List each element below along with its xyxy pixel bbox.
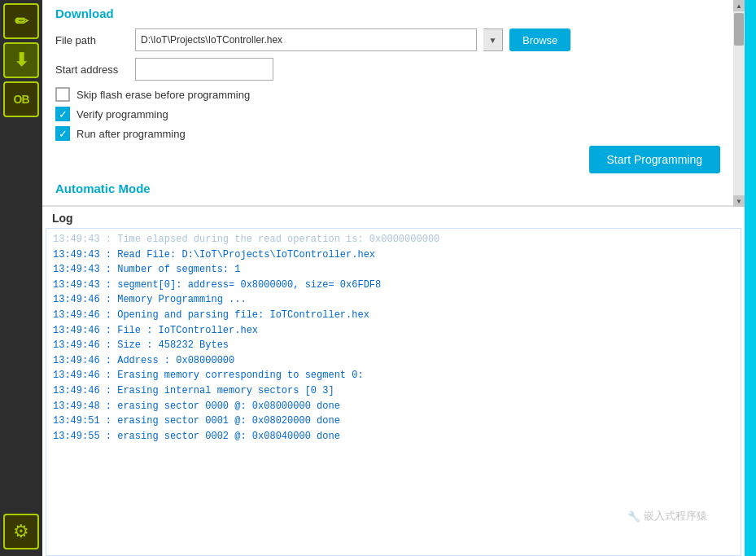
- automatic-mode-title: Automatic Mode: [55, 182, 720, 195]
- log-line: 13:49:46 : File : IoTController.hex: [53, 323, 734, 339]
- sidebar-btn-edit[interactable]: ✏: [3, 3, 39, 39]
- scroll-down-arrow[interactable]: ▼: [733, 195, 745, 207]
- file-path-row: File path ▼ Browse: [55, 28, 720, 51]
- ob-label: OB: [14, 93, 29, 106]
- log-line: 13:49:55 : erasing sector 0002 @: 0x0804…: [53, 429, 734, 444]
- log-line: 13:49:43 : segment[0]: address= 0x800000…: [53, 278, 734, 293]
- log-line: 13:49:43 : Time elapsed during the read …: [53, 232, 734, 247]
- log-content[interactable]: 13:49:43 : Time elapsed during the read …: [46, 228, 741, 556]
- right-panel: [745, 0, 756, 556]
- file-path-input[interactable]: [135, 28, 477, 51]
- scrollbar-track[interactable]: ▲ ▼: [733, 0, 745, 207]
- log-line: 13:49:46 : Address : 0x08000000: [53, 353, 734, 369]
- file-path-dropdown[interactable]: ▼: [483, 28, 503, 51]
- chevron-down-icon: ▼: [489, 36, 497, 45]
- sidebar-btn-ob[interactable]: OB: [3, 81, 39, 117]
- gear-icon: ⚙: [13, 521, 29, 542]
- log-line: 13:49:51 : erasing sector 0001 @: 0x0802…: [53, 414, 734, 429]
- log-line: 13:49:46 : Memory Programming ...: [53, 292, 734, 308]
- run-after-row: Run after programming: [55, 126, 720, 141]
- start-address-label: Start address: [55, 63, 129, 76]
- log-line: 13:49:46 : Opening and parsing file: IoT…: [53, 308, 734, 323]
- log-line: 13:49:46 : Erasing memory corresponding …: [53, 368, 734, 383]
- log-line: 13:49:46 : Size : 458232 Bytes: [53, 338, 734, 353]
- browse-button[interactable]: Browse: [509, 28, 570, 51]
- pencil-icon: ✏: [15, 11, 28, 31]
- sidebar-btn-download[interactable]: ⬇: [3, 42, 39, 78]
- skip-flash-checkbox[interactable]: [55, 87, 70, 102]
- sidebar-btn-gear[interactable]: ⚙: [3, 514, 39, 549]
- log-line: 13:49:46 : Erasing internal memory secto…: [53, 383, 734, 399]
- start-address-input[interactable]: [135, 58, 273, 81]
- verify-label: Verify programming: [76, 108, 168, 120]
- log-section: Log 13:49:43 : Time elapsed during the r…: [42, 207, 745, 556]
- log-line: 13:49:48 : erasing sector 0000 @: 0x0800…: [53, 399, 734, 414]
- download-section: Download File path ▼ Browse Start addres…: [42, 0, 733, 207]
- log-title: Log: [42, 212, 745, 228]
- skip-flash-label: Skip flash erase before programming: [76, 89, 250, 101]
- skip-flash-row: Skip flash erase before programming: [55, 87, 720, 102]
- download-wrapper: Download File path ▼ Browse Start addres…: [42, 0, 745, 207]
- scroll-up-arrow[interactable]: ▲: [733, 0, 745, 11]
- run-after-label: Run after programming: [76, 128, 186, 140]
- download-icon: ⬇: [14, 51, 28, 69]
- run-after-checkbox[interactable]: [55, 126, 70, 141]
- sidebar: ✏ ⬇ OB ⚙: [0, 0, 42, 556]
- download-main: Download File path ▼ Browse Start addres…: [42, 0, 733, 207]
- main-content: Download File path ▼ Browse Start addres…: [42, 0, 745, 556]
- start-address-row: Start address: [55, 58, 720, 81]
- verify-checkbox[interactable]: [55, 107, 70, 121]
- scrollbar-thumb[interactable]: [734, 13, 744, 46]
- start-programming-row: Start Programming: [55, 146, 720, 173]
- start-programming-button[interactable]: Start Programming: [589, 146, 720, 173]
- verify-row: Verify programming: [55, 107, 720, 121]
- log-line: 13:49:43 : Number of segments: 1: [53, 262, 734, 278]
- log-line: 13:49:43 : Read File: D:\IoT\Projects\Io…: [53, 247, 734, 263]
- file-path-label: File path: [55, 34, 129, 46]
- download-title: Download: [55, 7, 720, 20]
